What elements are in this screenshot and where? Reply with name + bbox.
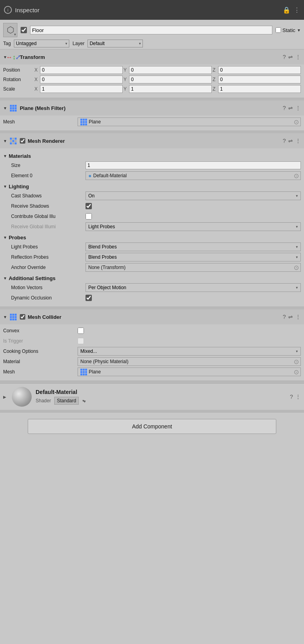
cast-shadows-select[interactable]: On [86,191,301,200]
anchor-override-ref[interactable]: None (Transform) ⊙ [86,263,301,272]
mesh-collider-settings-icon[interactable]: ⇌ [288,314,293,320]
materials-arrow[interactable]: ▼ [3,154,7,158]
mesh-renderer-settings-icon[interactable]: ⇌ [288,138,293,144]
transform-menu-icon[interactable]: ⋮ [295,54,301,60]
tag-layer-row: Tag Untagged Layer Default [3,40,301,47]
size-label: Size [11,163,82,168]
material-shader-dropdown-arrow[interactable]: ▼ [83,400,86,403]
mesh-renderer-arrow[interactable]: ▼ [3,139,7,143]
collider-mesh-grid-icon [80,369,87,375]
receive-shadows-checkbox[interactable] [86,203,92,209]
probes-sub-header[interactable]: ▼ Probes [3,233,301,242]
element0-label: Element 0 [11,173,82,178]
transform-settings-icon[interactable]: ⇌ [288,54,293,60]
material-info: Default-Material Shader Standard ▼ [36,389,286,405]
probes-arrow[interactable]: ▼ [3,235,7,240]
mesh-collider-enable-checkbox[interactable] [20,314,25,320]
scale-y-label: Y [124,86,128,92]
mesh-filter-section: ▼ Plane (Mesh Filter) ? ⇌ ⋮ Mesh [0,100,304,131]
add-component-button[interactable]: Add Component [28,419,276,434]
mesh-collider-header[interactable]: ▼ Mesh Collider ? ⇌ ⋮ [0,309,304,324]
cooking-options-dropdown-wrapper: Mixed... [78,347,301,356]
rotation-row: Rotation X Y Z [3,76,301,83]
mesh-filter-help-icon[interactable]: ? [283,105,286,111]
rotation-y-input[interactable] [129,76,212,83]
material-menu-icon[interactable]: ⋮ [295,394,301,400]
receive-gi-row: Receive Global Illumi Light Probes [11,222,301,231]
mesh-renderer-enable-checkbox[interactable] [20,138,25,144]
mesh-collider-section: ▼ Mesh Collider ? ⇌ ⋮ Convex [0,309,304,381]
collider-material-dot: ⊙ [294,358,299,366]
mesh-collider-tools: ? ⇌ ⋮ [283,314,301,320]
lock-icon[interactable]: 🔒 [283,6,291,14]
mesh-renderer-header[interactable]: ▼ Mesh Renderer ? ⇌ ⋮ [0,133,304,148]
mesh-filter-arrow[interactable]: ▼ [3,106,7,110]
tag-dropdown-wrapper: Untagged [14,40,69,47]
position-x-label: X [34,67,39,73]
material-help-icon[interactable]: ? [290,394,293,400]
additional-settings-sub-header[interactable]: ▼ Additional Settings [3,274,301,283]
scale-z-input[interactable] [218,85,301,93]
lighting-sub-header[interactable]: ▼ Lighting [3,182,301,191]
cooking-options-select[interactable]: Mixed... [78,347,301,356]
rotation-x-input[interactable] [40,76,123,83]
receive-gi-select[interactable]: Light Probes [86,222,301,231]
convex-checkbox[interactable] [78,328,84,334]
mesh-filter-settings-icon[interactable]: ⇌ [288,105,293,111]
material-shader-value[interactable]: Standard [54,397,79,405]
static-checkbox[interactable] [276,27,281,33]
receive-gi-label: Receive Global Illumi [11,224,82,229]
scale-x-input[interactable] [40,85,123,93]
scale-y-input[interactable] [129,85,212,93]
convex-row: Convex [3,326,301,335]
position-y-input[interactable] [129,66,212,74]
mesh-renderer-body: ▼ Materials Size Element 0 ● Default-Mat… [0,148,304,307]
layer-dropdown[interactable]: Default [87,40,143,47]
dynamic-occlusion-checkbox[interactable] [86,295,92,301]
menu-icon[interactable]: ⋮ [294,6,300,14]
light-probes-select[interactable]: Blend Probes [86,242,301,251]
mesh-filter-menu-icon[interactable]: ⋮ [295,105,301,111]
materials-sub-header[interactable]: ▼ Materials [3,152,301,161]
static-dropdown-button[interactable]: ▼ [297,28,301,32]
mesh-filter-icon [10,104,17,112]
additional-settings-arrow[interactable]: ▼ [3,276,7,280]
mesh-renderer-tools: ? ⇌ ⋮ [283,138,301,144]
collider-mesh-value: Plane [89,369,101,375]
rotation-x-item: X [34,76,123,83]
material-expand-arrow[interactable]: ▶ [3,395,6,399]
scale-row: Scale X Y Z [3,85,301,93]
is-trigger-checkbox[interactable] [78,338,84,344]
size-input[interactable] [86,161,301,169]
tag-label: Tag [3,41,11,46]
reflection-probes-dropdown-wrapper: Blend Probes [86,253,301,261]
object-type-icon[interactable]: ⬡ ▼ [3,23,17,37]
object-name-input[interactable] [30,26,272,34]
inspector-info-icon: i [4,6,12,14]
element0-ref[interactable]: ● Default-Material ⊙ [86,171,301,180]
rotation-z-input[interactable] [218,76,301,83]
motion-vectors-select[interactable]: Per Object Motion [86,283,301,292]
material-shader-label: Shader [36,398,51,403]
layer-label: Layer [72,41,84,46]
tag-dropdown[interactable]: Untagged [14,40,69,47]
collider-mesh-ref[interactable]: Plane ⊙ [78,367,301,376]
mesh-filter-header[interactable]: ▼ Plane (Mesh Filter) ? ⇌ ⋮ [0,100,304,116]
lighting-arrow[interactable]: ▼ [3,184,7,189]
position-z-input[interactable] [218,66,301,74]
transform-section-header[interactable]: ▼ ↔↕⤢ Transform ? ⇌ ⋮ [0,49,304,64]
mesh-collider-help-icon[interactable]: ? [283,314,286,320]
mesh-collider-menu-icon[interactable]: ⋮ [295,314,301,320]
mesh-label: Mesh [3,119,74,125]
mesh-collider-arrow[interactable]: ▼ [3,315,7,319]
reflection-probes-select[interactable]: Blend Probes [86,253,301,261]
active-checkbox[interactable] [21,27,27,33]
inspector-title: Inspector [15,7,283,13]
mesh-renderer-menu-icon[interactable]: ⋮ [295,138,301,144]
position-x-input[interactable] [40,66,123,74]
transform-help-icon[interactable]: ? [283,54,286,60]
collider-material-ref[interactable]: None (Physic Material) ⊙ [78,357,301,366]
contribute-gi-checkbox[interactable] [86,213,92,220]
mesh-renderer-help-icon[interactable]: ? [283,138,286,144]
mesh-ref[interactable]: Plane ⊙ [78,117,301,126]
